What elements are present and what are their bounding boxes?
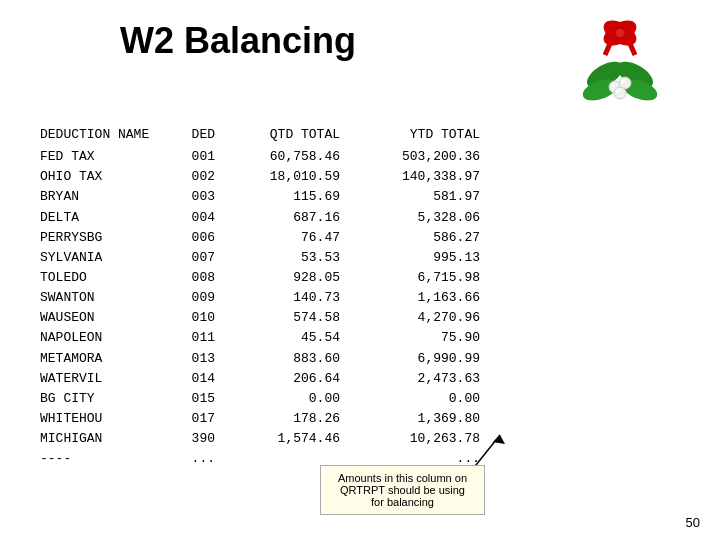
cell-name: WHITEHOU bbox=[40, 409, 170, 429]
cell-qtd: 178.26 bbox=[230, 409, 350, 429]
cell-ytd: 6,715.98 bbox=[350, 268, 480, 288]
cell-qtd: 60,758.46 bbox=[230, 147, 350, 167]
col-header-ded: DED bbox=[170, 125, 230, 145]
table-row: WATERVIL 014 206.64 2,473.63 bbox=[40, 369, 700, 389]
cell-qtd: 0.00 bbox=[230, 389, 350, 409]
table-row: OHIO TAX 002 18,010.59 140,338.97 bbox=[40, 167, 700, 187]
svg-point-3 bbox=[616, 29, 624, 37]
cell-ded: 003 bbox=[170, 187, 230, 207]
cell-name: NAPOLEON bbox=[40, 328, 170, 348]
col-header-ytd: YTD TOTAL bbox=[350, 125, 480, 145]
data-table: DEDUCTION NAME DED QTD TOTAL YTD TOTAL F… bbox=[40, 125, 700, 469]
cell-qtd: 76.47 bbox=[230, 228, 350, 248]
cell-qtd: 206.64 bbox=[230, 369, 350, 389]
cell-name: MICHIGAN bbox=[40, 429, 170, 449]
cell-ded: 008 bbox=[170, 268, 230, 288]
table-row: TOLEDO 008 928.05 6,715.98 bbox=[40, 268, 700, 288]
cell-name: BRYAN bbox=[40, 187, 170, 207]
cell-qtd: 115.69 bbox=[230, 187, 350, 207]
cell-qtd: 140.73 bbox=[230, 288, 350, 308]
cell-ded: 014 bbox=[170, 369, 230, 389]
cell-ytd: 5,328.06 bbox=[350, 208, 480, 228]
cell-ded: 007 bbox=[170, 248, 230, 268]
cell-name: WATERVIL bbox=[40, 369, 170, 389]
table-row: DELTA 004 687.16 5,328.06 bbox=[40, 208, 700, 228]
cell-name: ---- bbox=[40, 449, 170, 469]
table-row: BG CITY 015 0.00 0.00 bbox=[40, 389, 700, 409]
cell-ded: 001 bbox=[170, 147, 230, 167]
col-header-qtd: QTD TOTAL bbox=[230, 125, 350, 145]
cell-ded: 010 bbox=[170, 308, 230, 328]
cell-ytd: 995.13 bbox=[350, 248, 480, 268]
cell-ytd: 4,270.96 bbox=[350, 308, 480, 328]
table-row: PERRYSBG 006 76.47 586.27 bbox=[40, 228, 700, 248]
xmas-decoration-icon bbox=[570, 15, 670, 115]
cell-ded: 017 bbox=[170, 409, 230, 429]
table-row: METAMORA 013 883.60 6,990.99 bbox=[40, 349, 700, 369]
cell-ytd: 581.97 bbox=[350, 187, 480, 207]
cell-ytd: 1,369.80 bbox=[350, 409, 480, 429]
tooltip-line1: Amounts in this column on bbox=[338, 472, 467, 484]
page-container: W2 Balancing bbox=[0, 0, 720, 540]
table-row: MICHIGAN 390 1,574.46 10,263.78 bbox=[40, 429, 700, 449]
cell-ytd: 75.90 bbox=[350, 328, 480, 348]
cell-ded: 009 bbox=[170, 288, 230, 308]
cell-ytd: 503,200.36 bbox=[350, 147, 480, 167]
table-row: WHITEHOU 017 178.26 1,369.80 bbox=[40, 409, 700, 429]
cell-ded: 002 bbox=[170, 167, 230, 187]
svg-point-13 bbox=[611, 83, 615, 87]
cell-name: DELTA bbox=[40, 208, 170, 228]
cell-qtd: 1,574.46 bbox=[230, 429, 350, 449]
cell-qtd: 18,010.59 bbox=[230, 167, 350, 187]
cell-name: SWANTON bbox=[40, 288, 170, 308]
cell-ytd: 1,163.66 bbox=[350, 288, 480, 308]
cell-ded: 015 bbox=[170, 389, 230, 409]
cell-ytd: 2,473.63 bbox=[350, 369, 480, 389]
cell-ded: 390 bbox=[170, 429, 230, 449]
page-number: 50 bbox=[686, 515, 700, 530]
col-header-name: DEDUCTION NAME bbox=[40, 125, 170, 145]
header-area: W2 Balancing bbox=[20, 10, 700, 115]
cell-name: PERRYSBG bbox=[40, 228, 170, 248]
cell-ded: 006 bbox=[170, 228, 230, 248]
cell-name: TOLEDO bbox=[40, 268, 170, 288]
cell-ded: ... bbox=[170, 449, 230, 469]
svg-point-15 bbox=[616, 89, 620, 93]
cell-name: METAMORA bbox=[40, 349, 170, 369]
cell-ytd: 140,338.97 bbox=[350, 167, 480, 187]
table-body: FED TAX 001 60,758.46 503,200.36 OHIO TA… bbox=[40, 147, 700, 469]
tooltip-line2: QRTRPT should be using bbox=[340, 484, 465, 496]
cell-name: BG CITY bbox=[40, 389, 170, 409]
cell-qtd: 687.16 bbox=[230, 208, 350, 228]
cell-ytd: 6,990.99 bbox=[350, 349, 480, 369]
cell-qtd: 53.53 bbox=[230, 248, 350, 268]
cell-ded: 004 bbox=[170, 208, 230, 228]
tooltip-box: Amounts in this column on QRTRPT should … bbox=[320, 465, 485, 515]
svg-point-14 bbox=[621, 79, 625, 83]
cell-ded: 013 bbox=[170, 349, 230, 369]
cell-ytd: 0.00 bbox=[350, 389, 480, 409]
cell-name: OHIO TAX bbox=[40, 167, 170, 187]
table-row: NAPOLEON 011 45.54 75.90 bbox=[40, 328, 700, 348]
table-row: SYLVANIA 007 53.53 995.13 bbox=[40, 248, 700, 268]
cell-qtd: 883.60 bbox=[230, 349, 350, 369]
cell-qtd: 928.05 bbox=[230, 268, 350, 288]
cell-ytd: 586.27 bbox=[350, 228, 480, 248]
table-row: BRYAN 003 115.69 581.97 bbox=[40, 187, 700, 207]
svg-point-12 bbox=[614, 87, 626, 99]
table-row: FED TAX 001 60,758.46 503,200.36 bbox=[40, 147, 700, 167]
tooltip-line3: for balancing bbox=[371, 496, 434, 508]
cell-qtd: 574.58 bbox=[230, 308, 350, 328]
cell-name: WAUSEON bbox=[40, 308, 170, 328]
table-row: WAUSEON 010 574.58 4,270.96 bbox=[40, 308, 700, 328]
table-header: DEDUCTION NAME DED QTD TOTAL YTD TOTAL bbox=[40, 125, 700, 145]
page-title: W2 Balancing bbox=[120, 20, 356, 62]
table-row: SWANTON 009 140.73 1,163.66 bbox=[40, 288, 700, 308]
cell-name: FED TAX bbox=[40, 147, 170, 167]
cell-name: SYLVANIA bbox=[40, 248, 170, 268]
cell-qtd: 45.54 bbox=[230, 328, 350, 348]
cell-ded: 011 bbox=[170, 328, 230, 348]
